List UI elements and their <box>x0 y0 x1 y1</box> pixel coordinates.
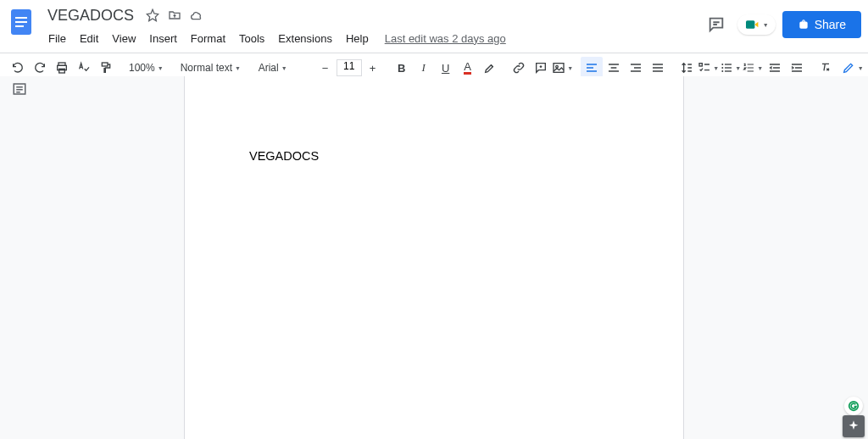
last-edit-link[interactable]: Last edit was 2 days ago <box>385 32 506 45</box>
svg-rect-17 <box>725 70 732 71</box>
svg-rect-16 <box>725 67 732 68</box>
svg-rect-1 <box>15 17 27 19</box>
font-size-input[interactable]: 11 <box>337 59 362 76</box>
menu-edit[interactable]: Edit <box>74 29 104 48</box>
docs-logo[interactable] <box>7 7 37 37</box>
cloud-status-icon[interactable] <box>188 7 205 24</box>
svg-point-13 <box>722 67 724 69</box>
caret-down-icon: ▼ <box>858 65 864 71</box>
title-row: VEGADOCS <box>42 5 702 25</box>
canvas-area[interactable]: VEGADOCS <box>0 76 868 439</box>
share-button[interactable]: Share <box>782 11 861 38</box>
document-page[interactable]: VEGADOCS <box>184 76 684 439</box>
menu-help[interactable]: Help <box>340 29 375 48</box>
svg-rect-11 <box>699 64 702 66</box>
outline-toggle-button[interactable] <box>12 81 27 97</box>
svg-point-14 <box>722 70 724 72</box>
svg-rect-8 <box>102 63 108 66</box>
svg-rect-4 <box>746 20 754 29</box>
menu-tools[interactable]: Tools <box>233 29 270 48</box>
header-actions: ▼ Share <box>702 10 861 39</box>
svg-rect-2 <box>15 21 27 23</box>
grammarly-icon[interactable] <box>844 397 863 415</box>
svg-rect-3 <box>15 25 24 27</box>
menu-format[interactable]: Format <box>185 29 231 48</box>
header: VEGADOCS File Edit View Insert Format To… <box>0 0 868 49</box>
meet-button[interactable]: ▼ <box>737 14 776 35</box>
explore-button[interactable] <box>843 415 865 437</box>
caret-down-icon: ▼ <box>763 22 769 28</box>
editing-mode-button[interactable]: ▼ <box>837 58 868 77</box>
svg-point-10 <box>556 65 559 68</box>
menu-extensions[interactable]: Extensions <box>272 29 338 48</box>
share-label: Share <box>815 18 846 31</box>
move-icon[interactable] <box>166 7 183 24</box>
menu-file[interactable]: File <box>42 29 72 48</box>
page-body-text[interactable]: VEGADOCS <box>249 149 319 163</box>
comments-history-button[interactable] <box>702 10 731 39</box>
svg-rect-15 <box>725 64 732 64</box>
menu-insert[interactable]: Insert <box>143 29 183 48</box>
svg-point-12 <box>722 64 724 65</box>
menu-view[interactable]: View <box>106 29 142 48</box>
document-title[interactable]: VEGADOCS <box>42 5 139 26</box>
star-icon[interactable] <box>144 7 161 24</box>
menu-bar: File Edit View Insert Format Tools Exten… <box>42 27 702 49</box>
